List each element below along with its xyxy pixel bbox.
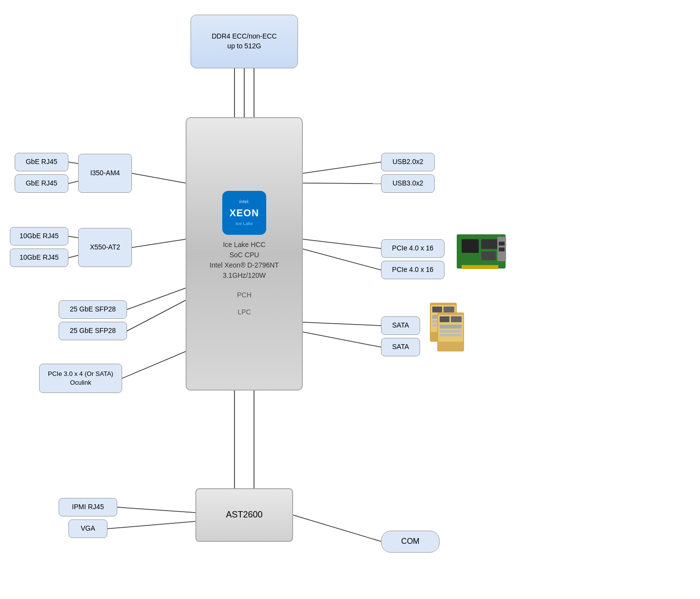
ddr-label: DDR4 ECC/non-ECC up to 512G: [212, 32, 276, 51]
sfp1-box: 25 GbE SFP28: [59, 300, 127, 319]
sfp2-box: 25 GbE SFP28: [59, 322, 127, 340]
10gbe2-label: 10GbE RJ45: [20, 253, 59, 263]
sata2-label: SATA: [392, 342, 409, 352]
pch-label: PCH: [237, 290, 252, 300]
svg-line-13: [303, 183, 381, 184]
usb2-box: USB2.0x2: [381, 153, 435, 171]
svg-rect-40: [440, 316, 449, 322]
svg-line-16: [303, 322, 381, 326]
svg-line-20: [117, 507, 195, 513]
svg-line-6: [68, 236, 78, 238]
sfp1-label: 25 GbE SFP28: [70, 305, 116, 314]
x550-label: X550-AT2: [90, 243, 120, 252]
svg-line-17: [303, 332, 381, 347]
svg-line-14: [303, 239, 381, 248]
10gbe2-box: 10GbE RJ45: [10, 248, 68, 267]
svg-rect-42: [440, 325, 462, 329]
lpc-label: LPC: [237, 308, 251, 317]
i350-box: I350-AM4: [78, 154, 132, 193]
10gbe1-box: 10GbE RJ45: [10, 227, 68, 246]
block-diagram: DDR4 ECC/non-ECC up to 512G intel. XEON …: [0, 0, 700, 599]
svg-line-22: [293, 515, 381, 541]
ice-lake-text: Ice Lake: [235, 221, 253, 227]
com-box: COM: [381, 531, 440, 553]
com-label: COM: [401, 536, 419, 547]
i350-label: I350-AM4: [90, 168, 120, 178]
svg-rect-44: [440, 334, 462, 336]
svg-line-10: [127, 300, 186, 331]
xeon-text: XEON: [230, 206, 259, 220]
gbe1-label: GbE RJ45: [26, 157, 58, 167]
intel-badge: intel. XEON Ice Lake: [222, 191, 266, 235]
svg-line-5: [132, 173, 186, 183]
sata2-box: SATA: [381, 338, 420, 356]
usb3-box: USB3.0x2: [381, 174, 435, 193]
sata1-box: SATA: [381, 316, 420, 335]
ast-label: AST2600: [226, 509, 262, 521]
intel-text: intel.: [239, 199, 249, 205]
svg-line-3: [68, 162, 78, 164]
cpu-label: Ice Lake HCC SoC CPU Intel Xeon® D-2796N…: [210, 240, 279, 281]
oculink-box: PCIe 3.0 x 4 (Or SATA) Oculink: [39, 364, 122, 393]
ipmi-box: IPMI RJ45: [59, 498, 117, 516]
sata-card-image: [425, 303, 469, 356]
pcie1-label: PCIe 4.0 x 16: [392, 244, 434, 253]
svg-rect-30: [499, 248, 505, 251]
svg-rect-33: [432, 307, 442, 312]
svg-line-4: [68, 181, 78, 184]
svg-line-7: [68, 255, 78, 258]
svg-rect-25: [462, 239, 479, 253]
10gbe1-label: 10GbE RJ45: [20, 231, 59, 241]
pcie2-label: PCIe 4.0 x 16: [392, 265, 434, 275]
svg-rect-34: [444, 307, 454, 312]
usb2-label: USB2.0x2: [392, 157, 423, 167]
cpu-box: intel. XEON Ice Lake Ice Lake HCC SoC CP…: [186, 117, 303, 391]
pcie-card-image: [454, 232, 508, 278]
svg-line-12: [303, 162, 381, 173]
pcie1-box: PCIe 4.0 x 16: [381, 239, 445, 258]
svg-rect-24: [462, 265, 498, 269]
gbe1-box: GbE RJ45: [15, 153, 68, 171]
vga-box: VGA: [68, 519, 107, 538]
svg-rect-29: [499, 242, 505, 246]
gbe2-box: GbE RJ45: [15, 174, 68, 193]
ipmi-label: IPMI RJ45: [72, 502, 104, 512]
ddr-box: DDR4 ECC/non-ECC up to 512G: [191, 15, 298, 68]
svg-rect-41: [451, 316, 462, 322]
svg-rect-43: [440, 330, 462, 332]
svg-line-15: [303, 249, 381, 270]
sfp2-label: 25 GbE SFP28: [70, 326, 116, 336]
x550-box: X550-AT2: [78, 228, 132, 267]
vga-label: VGA: [81, 524, 95, 534]
sata1-label: SATA: [392, 321, 409, 330]
svg-line-9: [127, 288, 186, 310]
svg-line-21: [107, 521, 195, 529]
ast-box: AST2600: [195, 488, 293, 542]
svg-line-11: [122, 351, 186, 378]
gbe2-label: GbE RJ45: [26, 179, 58, 188]
svg-line-8: [132, 239, 186, 248]
oculink-label: PCIe 3.0 x 4 (Or SATA) Oculink: [48, 370, 113, 387]
svg-rect-27: [481, 251, 496, 260]
pcie2-box: PCIe 4.0 x 16: [381, 261, 445, 279]
usb3-label: USB3.0x2: [392, 179, 423, 188]
